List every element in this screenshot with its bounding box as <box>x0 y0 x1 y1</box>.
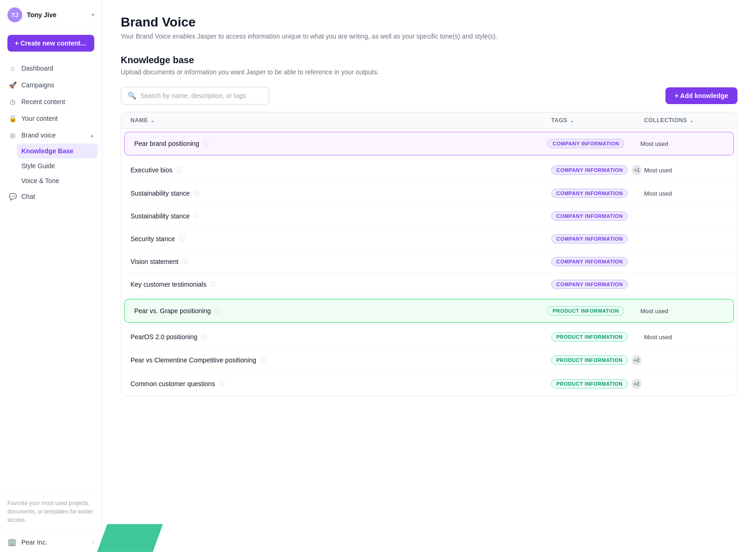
info-icon[interactable]: ⓘ <box>215 307 221 315</box>
highlighted-row-purple[interactable]: Pear brand positioning ⓘ COMPANY INFORMA… <box>124 131 734 156</box>
search-icon: 🔍 <box>128 92 137 100</box>
tags-cell: COMPANY INFORMATION <box>551 189 644 198</box>
sidebar-item-your-content[interactable]: 🔒 Your content <box>4 110 98 127</box>
most-used-label: Most used <box>644 190 728 197</box>
chevron-up-icon: ▴ <box>91 132 93 138</box>
search-box[interactable]: 🔍 <box>121 87 269 105</box>
main-nav: ⌂ Dashboard 🚀 Campaigns ◷ Recent content… <box>0 58 102 207</box>
user-menu[interactable]: TJ Tony Jive ▾ <box>0 0 102 28</box>
table-row[interactable]: PearOS 2.0 positioning ⓘ PRODUCT INFORMA… <box>121 326 737 348</box>
organization-menu[interactable]: 🏢 Pear Inc. › <box>0 532 102 552</box>
dashboard-icon: ⌂ <box>8 64 17 72</box>
col-collections-header[interactable]: COLLECTIONS ⌄ <box>644 117 728 124</box>
row-name: Key customer testimonials ⓘ <box>130 280 551 289</box>
col-tags-header[interactable]: TAGS ⌄ <box>551 117 644 124</box>
row-name: Sustainability stance ⓘ <box>130 212 551 220</box>
most-used-label: Most used <box>644 167 728 174</box>
sidebar-item-recent-content[interactable]: ◷ Recent content <box>4 93 98 110</box>
sidebar-brand-voice-header[interactable]: ◎ Brand voice ▴ <box>4 127 98 144</box>
info-icon[interactable]: ⓘ <box>182 257 188 266</box>
info-icon[interactable]: ⓘ <box>210 280 216 289</box>
brand-voice-icon: ◎ <box>8 131 17 139</box>
info-icon[interactable]: ⓘ <box>203 139 209 148</box>
sidebar: TJ Tony Jive ▾ + Create new content... ⌂… <box>0 0 102 552</box>
sort-icon: ⌄ <box>690 118 694 123</box>
section-title: Knowledge base <box>121 55 737 66</box>
page-title: Brand Voice <box>121 15 737 30</box>
row-name: Pear vs Clementine Competitive positioni… <box>130 356 551 364</box>
row-name: Pear brand positioning ⓘ <box>134 139 547 148</box>
table-row[interactable]: Vision statement ⓘ COMPANY INFORMATION <box>121 250 737 273</box>
row-name: Pear vs. Grape positioning ⓘ <box>134 307 547 315</box>
tag-product: PRODUCT INFORMATION <box>551 332 628 342</box>
tag-company: COMPANY INFORMATION <box>551 257 628 266</box>
tags-cell: COMPANY INFORMATION <box>551 280 644 289</box>
tag-extra: +2 <box>632 355 642 365</box>
tags-cell: COMPANY INFORMATION <box>551 234 644 243</box>
tag-product: PRODUCT INFORMATION <box>551 355 628 365</box>
username: Tony Jive <box>27 11 87 19</box>
create-new-content-button[interactable]: + Create new content... <box>7 35 94 52</box>
info-icon[interactable]: ⓘ <box>194 212 200 220</box>
table-row[interactable]: Sustainability stance ⓘ COMPANY INFORMAT… <box>121 205 737 228</box>
tags-cell: COMPANY INFORMATION <box>551 211 644 221</box>
most-used-label: Most used <box>640 308 724 315</box>
tag-company: COMPANY INFORMATION <box>551 165 628 175</box>
table-row[interactable]: Key customer testimonials ⓘ COMPANY INFO… <box>121 273 737 296</box>
table-header: NAME ⌄ TAGS ⌄ COLLECTIONS ⌄ <box>121 112 737 129</box>
info-icon[interactable]: ⓘ <box>176 166 182 174</box>
tag-company: COMPANY INFORMATION <box>551 211 628 221</box>
highlighted-row-green[interactable]: Pear vs. Grape positioning ⓘ PRODUCT INF… <box>124 299 734 323</box>
sidebar-item-label: Brand voice <box>21 131 56 139</box>
info-icon[interactable]: ⓘ <box>260 356 266 364</box>
org-name: Pear Inc. <box>21 539 88 546</box>
sidebar-item-dashboard[interactable]: ⌂ Dashboard <box>4 60 98 77</box>
table-row[interactable]: Security stance ⓘ COMPANY INFORMATION <box>121 228 737 250</box>
info-icon[interactable]: ⓘ <box>194 189 200 197</box>
rocket-icon: 🚀 <box>8 81 17 89</box>
lock-icon: 🔒 <box>8 114 17 123</box>
section-desc: Upload documents or information you want… <box>121 68 737 76</box>
info-icon[interactable]: ⓘ <box>179 235 185 243</box>
table-row[interactable]: Pear vs Clementine Competitive positioni… <box>121 348 737 372</box>
building-icon: 🏢 <box>7 538 17 546</box>
favorites-hint: Favorite your most used projects, docume… <box>0 491 102 532</box>
tags-cell: COMPANY INFORMATION <box>547 139 640 148</box>
info-icon[interactable]: ⓘ <box>219 380 225 388</box>
tags-cell: PRODUCT INFORMATION <box>551 332 644 342</box>
decorative-shape <box>102 524 163 552</box>
chevron-down-icon: ▾ <box>91 12 94 18</box>
sidebar-item-campaigns[interactable]: 🚀 Campaigns <box>4 77 98 93</box>
sidebar-item-label: Recent content <box>21 98 65 105</box>
page-subtitle: Your Brand Voice enables Jasper to acces… <box>121 33 737 40</box>
sidebar-item-voice-tone[interactable]: Voice & Tone <box>17 173 98 188</box>
toolbar: 🔍 + Add knowledge <box>121 87 737 105</box>
table-row[interactable]: Executive bios ⓘ COMPANY INFORMATION +1 … <box>121 158 737 182</box>
most-used-label: Most used <box>644 334 728 341</box>
sidebar-item-label: Dashboard <box>21 65 53 72</box>
add-knowledge-button[interactable]: + Add knowledge <box>665 87 737 104</box>
table-row[interactable]: Sustainability stance ⓘ COMPANY INFORMAT… <box>121 182 737 205</box>
tag-product: PRODUCT INFORMATION <box>547 306 624 315</box>
tags-cell: COMPANY INFORMATION <box>551 257 644 266</box>
sidebar-item-knowledge-base[interactable]: Knowledge Base <box>17 144 98 158</box>
search-input[interactable] <box>140 92 262 99</box>
row-name: Executive bios ⓘ <box>130 166 551 174</box>
info-icon[interactable]: ⓘ <box>201 333 207 341</box>
row-name: Common customer questions ⓘ <box>130 380 551 388</box>
table-row[interactable]: Common customer questions ⓘ PRODUCT INFO… <box>121 372 737 395</box>
sort-icon: ⌄ <box>150 118 155 123</box>
sidebar-item-chat[interactable]: 💬 Chat <box>4 188 98 205</box>
main-content: Brand Voice Your Brand Voice enables Jas… <box>102 0 756 552</box>
col-name-header[interactable]: NAME ⌄ <box>130 117 551 124</box>
sidebar-item-label: Your content <box>21 115 58 122</box>
chat-icon: 💬 <box>8 192 17 201</box>
row-name: PearOS 2.0 positioning ⓘ <box>130 333 551 341</box>
tag-extra: +1 <box>632 165 642 175</box>
tag-company: COMPANY INFORMATION <box>551 189 628 198</box>
tags-cell: COMPANY INFORMATION +1 <box>551 165 644 175</box>
sidebar-item-style-guide[interactable]: Style Guide <box>17 158 98 173</box>
tag-company: COMPANY INFORMATION <box>547 139 624 148</box>
tag-company: COMPANY INFORMATION <box>551 280 628 289</box>
tag-product: PRODUCT INFORMATION <box>551 379 628 388</box>
